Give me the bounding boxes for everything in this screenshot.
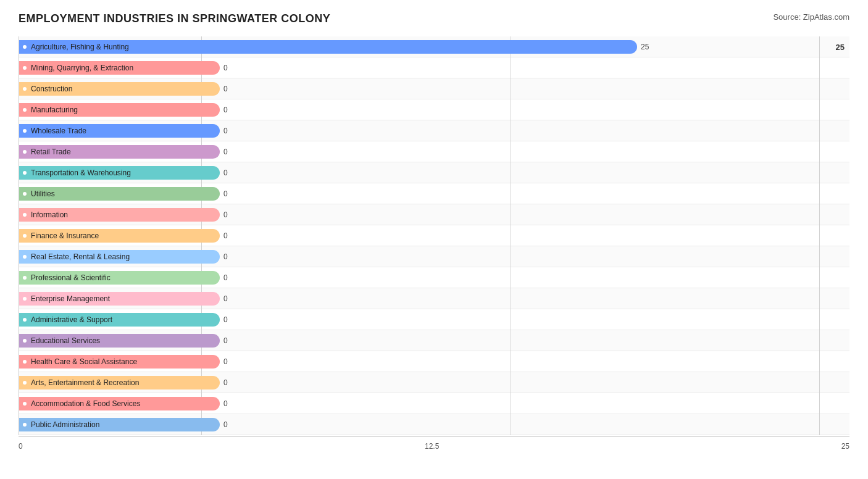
bar-value: 0 bbox=[223, 336, 228, 345]
bar-value-end: 25 bbox=[836, 42, 845, 51]
industry-label: Accommodation & Food Services bbox=[31, 399, 140, 408]
industry-label: Manufacturing bbox=[31, 106, 78, 114]
bar-row: Public Administration 0 bbox=[19, 414, 849, 435]
bar-value: 0 bbox=[223, 169, 228, 177]
bar-dot bbox=[22, 296, 28, 302]
bar-value: 0 bbox=[223, 210, 228, 219]
industry-label: Construction bbox=[31, 85, 72, 93]
bar-dot bbox=[22, 44, 28, 50]
x-axis: 0 12.5 25 bbox=[19, 436, 849, 451]
bar-row: Transportation & Warehousing 0 bbox=[19, 162, 849, 183]
industry-label: Professional & Scientific bbox=[31, 273, 111, 282]
bar-value: 0 bbox=[223, 190, 228, 198]
bar-dot bbox=[22, 380, 28, 386]
bar-value: 0 bbox=[223, 64, 228, 72]
bar-dot bbox=[22, 86, 28, 92]
industry-label: Agriculture, Fishing & Hunting bbox=[31, 43, 129, 51]
x-axis-max: 25 bbox=[841, 442, 849, 451]
chart-title: EMPLOYMENT INDUSTRIES IN SPRINGWATER COL… bbox=[19, 12, 330, 25]
bar-row: Wholesale Trade 0 bbox=[19, 120, 849, 141]
industry-label: Arts, Entertainment & Recreation bbox=[31, 378, 139, 387]
bar-dot bbox=[22, 170, 28, 176]
bar-row: Educational Services 0 bbox=[19, 330, 849, 351]
bar-row: Utilities 0 bbox=[19, 183, 849, 204]
industry-label: Information bbox=[31, 210, 68, 219]
bar-row: Mining, Quarrying, & Extraction 0 bbox=[19, 57, 849, 78]
industry-label: Mining, Quarrying, & Extraction bbox=[31, 64, 133, 72]
industry-label: Administrative & Support bbox=[31, 315, 112, 324]
industry-label: Wholesale Trade bbox=[31, 127, 86, 135]
bar-dot bbox=[22, 233, 28, 239]
bar-value: 0 bbox=[223, 231, 228, 240]
bar-value: 0 bbox=[223, 106, 228, 114]
bar-dot bbox=[22, 149, 28, 155]
bar-row: Arts, Entertainment & Recreation 0 bbox=[19, 372, 849, 393]
bar-row: Agriculture, Fishing & Hunting 25 25 bbox=[19, 36, 849, 57]
x-axis-mid: 12.5 bbox=[425, 442, 439, 451]
bar-row: Professional & Scientific 0 bbox=[19, 267, 849, 288]
bar-value: 0 bbox=[223, 252, 228, 261]
bar-dot bbox=[22, 317, 28, 323]
bar-row: Manufacturing 0 bbox=[19, 99, 849, 120]
bar-dot bbox=[22, 107, 28, 113]
bar-dot bbox=[22, 128, 28, 134]
bar-dot bbox=[22, 254, 28, 260]
bar-value: 0 bbox=[223, 399, 228, 408]
bar-row: Retail Trade 0 bbox=[19, 141, 849, 162]
industry-label: Health Care & Social Assistance bbox=[31, 357, 137, 366]
bar-dot bbox=[22, 422, 28, 428]
bar-value: 0 bbox=[223, 85, 228, 93]
industry-label: Utilities bbox=[31, 190, 55, 198]
bar-row: Information 0 bbox=[19, 204, 849, 225]
chart-area: Agriculture, Fishing & Hunting 25 25 Min… bbox=[19, 36, 849, 451]
industry-label: Educational Services bbox=[31, 336, 100, 345]
bar-dot bbox=[22, 212, 28, 218]
bar-row: Enterprise Management 0 bbox=[19, 288, 849, 309]
bar-value: 0 bbox=[223, 378, 228, 387]
bar-value: 0 bbox=[223, 127, 228, 135]
bar-row: Real Estate, Rental & Leasing 0 bbox=[19, 246, 849, 267]
bar-dot bbox=[22, 65, 28, 71]
bar-value: 0 bbox=[223, 315, 228, 324]
bar-row: Finance & Insurance 0 bbox=[19, 225, 849, 246]
bar-value: 25 bbox=[641, 43, 649, 51]
industry-label: Transportation & Warehousing bbox=[31, 169, 131, 177]
bar-value: 0 bbox=[223, 294, 228, 303]
industry-label: Public Administration bbox=[31, 420, 99, 429]
bar-value: 0 bbox=[223, 148, 228, 156]
industry-label: Real Estate, Rental & Leasing bbox=[31, 252, 130, 261]
bar-value: 0 bbox=[223, 420, 228, 429]
bar-value: 0 bbox=[223, 357, 228, 366]
bar-value: 0 bbox=[223, 273, 228, 282]
bar-dot bbox=[22, 338, 28, 344]
bar-dot bbox=[22, 191, 28, 197]
bar-row: Health Care & Social Assistance 0 bbox=[19, 351, 849, 372]
bar-row: Administrative & Support 0 bbox=[19, 309, 849, 330]
industry-label: Retail Trade bbox=[31, 148, 71, 156]
bar-row: Accommodation & Food Services 0 bbox=[19, 393, 849, 414]
industry-label: Finance & Insurance bbox=[31, 231, 99, 240]
chart-source: Source: ZipAtlas.com bbox=[773, 12, 849, 22]
bar-dot bbox=[22, 401, 28, 407]
bar-row: Construction 0 bbox=[19, 78, 849, 99]
industry-label: Enterprise Management bbox=[31, 294, 110, 303]
bar-dot bbox=[22, 359, 28, 365]
bar-dot bbox=[22, 275, 28, 281]
x-axis-min: 0 bbox=[19, 442, 23, 451]
